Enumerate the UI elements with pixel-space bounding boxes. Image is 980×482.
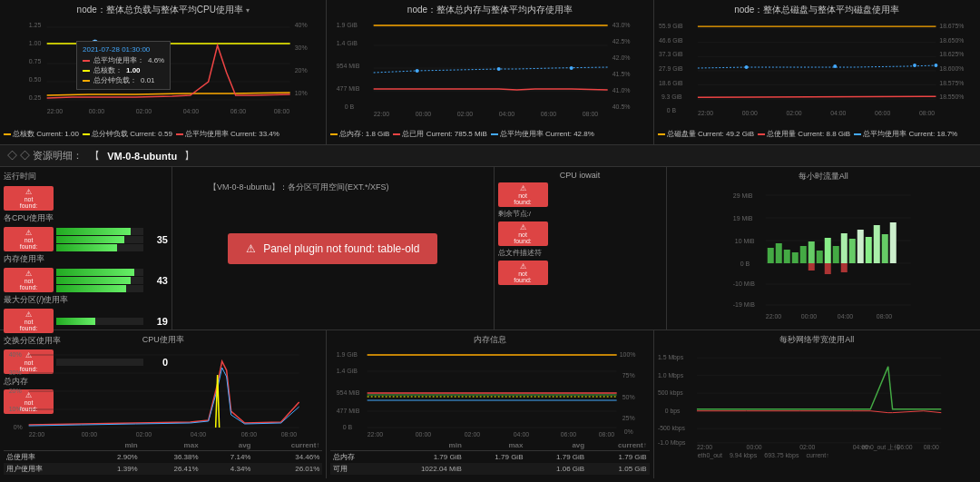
- svg-text:-10 MiB: -10 MiB: [732, 280, 754, 287]
- cpu-bars-row: ⚠ notfound: 35: [4, 227, 168, 251]
- svg-text:50%: 50%: [622, 394, 635, 400]
- svg-text:27.9 GiB: 27.9 GiB: [659, 65, 683, 72]
- svg-rect-90: [799, 246, 806, 263]
- svg-text:1.00: 1.00: [29, 40, 42, 46]
- iowait-title: CPU iowait: [498, 171, 662, 180]
- svg-text:1.5 Mbps: 1.5 Mbps: [658, 354, 684, 361]
- svg-text:0 B: 0 B: [343, 424, 353, 430]
- svg-rect-86: [767, 248, 773, 263]
- svg-text:0.50: 0.50: [29, 76, 42, 83]
- disk-svg: 55.9 GiB 46.6 GiB 37.3 GiB 27.9 GiB 18.6…: [658, 18, 976, 118]
- runtime-stat: ⚠ notfound:: [4, 186, 168, 211]
- stats-panel: 运行时间 ⚠ notfound: 各CPU使用率 ⚠ notfound: 35: [0, 167, 172, 330]
- mem-legend-rate: [491, 133, 498, 135]
- top-charts-row: node：整体总负载与整体平均CPU使用率 ▾ 2021-07-28 01:30…: [0, 0, 980, 145]
- svg-rect-96: [848, 239, 855, 263]
- svg-text:1.9 GiB: 1.9 GiB: [337, 351, 358, 358]
- svg-text:02:00: 02:00: [136, 108, 152, 114]
- svg-text:0 B: 0 B: [345, 103, 355, 110]
- svg-text:100%: 100%: [620, 351, 636, 358]
- resource-header: ◇ ◇ 资源明细： 【 VM-0-8-ubuntu 】: [0, 145, 980, 167]
- svg-text:04:00: 04:00: [191, 431, 207, 438]
- svg-text:954 MiB: 954 MiB: [337, 63, 360, 69]
- svg-rect-98: [865, 237, 871, 263]
- cpu-bar-3: [56, 244, 143, 251]
- svg-text:40.5%: 40.5%: [612, 103, 631, 110]
- iowait-stat-3: ⚠ notfound:: [498, 260, 662, 285]
- warning-icon-error: ⚠: [246, 242, 256, 255]
- memory-stats-table: min max avg current↑ 总内存 1.79 GiB 1.79 G…: [330, 440, 649, 475]
- iowait-alert-2: ⚠ notfound:: [498, 221, 548, 246]
- cpu-chart-dropdown[interactable]: ▾: [246, 6, 250, 15]
- disk-legend-total: [658, 133, 665, 135]
- cpu-usage-panel: CPU使用率 40% 30% 20% 10% 0% 22:00 00:00 02…: [0, 330, 327, 478]
- svg-text:0%: 0%: [14, 424, 23, 430]
- svg-text:02:00: 02:00: [136, 431, 152, 438]
- mem-alert: ⚠ notfound:: [4, 268, 54, 292]
- svg-rect-88: [783, 250, 789, 263]
- network-svg: 1.5 Mbps 1.0 Mbps 500 kbps 0 bps -500 kb…: [658, 348, 976, 452]
- svg-text:00:00: 00:00: [89, 108, 105, 114]
- svg-point-44: [570, 66, 573, 70]
- svg-text:00:00: 00:00: [741, 110, 757, 116]
- svg-text:04:00: 04:00: [837, 313, 853, 320]
- svg-text:40%: 40%: [9, 351, 22, 358]
- tooltip-color-cores: [83, 70, 90, 72]
- cpu-overall-chart: node：整体总负载与整体平均CPU使用率 ▾ 2021-07-28 01:30…: [0, 0, 327, 144]
- svg-text:37.3 GiB: 37.3 GiB: [659, 51, 683, 57]
- memory-info-panel: 内存信息 1.9 GiB 1.4 GiB 954 MiB 477 MiB 0 B…: [327, 330, 653, 478]
- svg-text:10 MiB: 10 MiB: [734, 238, 754, 244]
- iowait-alert-1: ⚠ notfound:: [498, 182, 548, 207]
- memory-chart-title: node：整体总内存与整体平均内存使用率: [330, 4, 649, 16]
- memory-svg: 1.9 GiB 1.4 GiB 954 MiB 477 MiB 0 B 43.0…: [330, 18, 649, 118]
- svg-point-43: [497, 67, 501, 71]
- svg-text:18.6 GiB: 18.6 GiB: [659, 80, 683, 86]
- table-row: 总使用率 2.90% 36.38% 7.14% 34.46%: [4, 451, 322, 464]
- svg-text:954 MiB: 954 MiB: [337, 389, 360, 396]
- memory-info-title: 内存信息: [330, 334, 649, 346]
- remaining-nodes-label: 剩余节点:/: [498, 209, 662, 219]
- svg-text:22:00: 22:00: [368, 431, 384, 438]
- svg-text:08:00: 08:00: [599, 431, 615, 438]
- svg-text:0 B: 0 B: [666, 107, 676, 113]
- network-bandwidth-title: 每秒网络带宽使用All: [658, 334, 976, 346]
- svg-text:08:00: 08:00: [281, 431, 298, 438]
- svg-rect-101: [889, 222, 896, 263]
- resource-vm-name: VM-0-8-ubuntu: [107, 151, 177, 162]
- plugin-error: ⚠ Panel plugin not found: table-old: [228, 233, 437, 264]
- legend-dot-cores: [4, 133, 11, 135]
- disk-legend-used: [758, 133, 765, 135]
- svg-text:22:00: 22:00: [47, 108, 64, 114]
- maxpart-value: 19: [146, 316, 168, 327]
- svg-text:0.25: 0.25: [29, 94, 42, 101]
- svg-rect-97: [857, 230, 863, 263]
- svg-text:10%: 10%: [295, 90, 308, 96]
- memory-chart-area: 1.9 GiB 1.4 GiB 954 MiB 477 MiB 0 B 43.0…: [330, 18, 649, 127]
- svg-text:1.4 GiB: 1.4 GiB: [337, 40, 358, 46]
- mem-usage-label: 内存使用率: [4, 254, 44, 263]
- cpu-chart-area: 2021-07-28 01:30:00 总平均使用率： 4.6% 总核数： 1.…: [4, 18, 322, 127]
- runtime-label: 运行时间: [4, 171, 36, 182]
- svg-text:477 MiB: 477 MiB: [337, 408, 360, 414]
- mem-value: 43: [146, 275, 168, 286]
- warning-icon: ⚠: [7, 188, 50, 196]
- svg-text:20%: 20%: [9, 388, 22, 394]
- svg-text:00:00: 00:00: [82, 431, 98, 438]
- cpu-value: 35: [146, 234, 168, 245]
- iowait-panel: CPU iowait ⚠ notfound: 剩余节点:/ ⚠ notfound…: [495, 167, 667, 330]
- tooltip-color-cpu: [83, 60, 90, 62]
- svg-rect-93: [824, 238, 830, 263]
- svg-text:22:00: 22:00: [765, 313, 781, 320]
- svg-text:06:00: 06:00: [230, 108, 247, 114]
- memory-overall-chart: node：整体总内存与整体平均内存使用率 1.9 GiB 1.4 GiB 954…: [327, 0, 653, 144]
- network-bandwidth-panel: 每秒网络带宽使用All 1.5 Mbps 1.0 Mbps 500 kbps 0…: [654, 330, 980, 478]
- svg-text:30%: 30%: [295, 44, 308, 51]
- svg-rect-94: [832, 246, 838, 263]
- disk-chart-area: 55.9 GiB 46.6 GiB 37.3 GiB 27.9 GiB 18.6…: [658, 18, 976, 127]
- svg-text:1.9 GiB: 1.9 GiB: [337, 22, 358, 28]
- svg-text:06:00: 06:00: [561, 431, 577, 438]
- svg-rect-87: [775, 243, 781, 263]
- disk-legend: 总磁盘量 Current: 49.2 GiB 总使用量 Current: 8.8…: [658, 129, 976, 139]
- legend-dot-load: [83, 133, 90, 135]
- svg-text:25%: 25%: [622, 415, 635, 421]
